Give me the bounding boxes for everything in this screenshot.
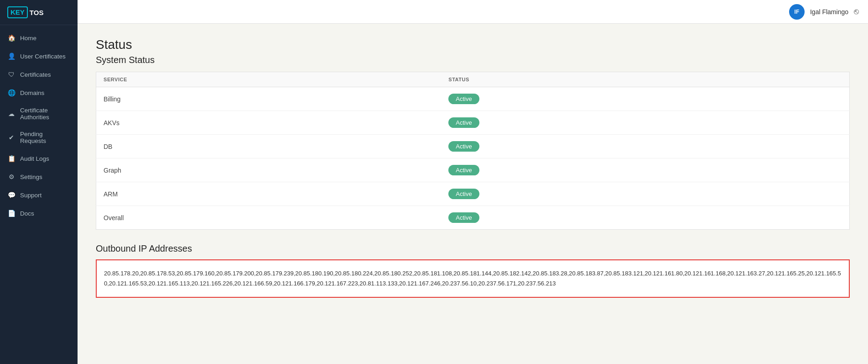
sidebar-icon-docs: 📄 bbox=[7, 209, 16, 217]
sidebar-label-audit-logs: Audit Logs bbox=[20, 155, 49, 162]
sidebar-item-settings[interactable]: ⚙ Settings bbox=[0, 168, 78, 186]
sidebar-item-certificate-authorities[interactable]: ☁ Certificate Authorities bbox=[0, 102, 78, 126]
table-row: ARM Active bbox=[96, 182, 850, 206]
sidebar-icon-certificate-authorities: ☁ bbox=[7, 110, 16, 118]
sidebar-item-support[interactable]: 💬 Support bbox=[0, 186, 78, 204]
sidebar-icon-domains: 🌐 bbox=[7, 89, 16, 97]
service-cell: Billing bbox=[96, 87, 442, 111]
status-cell: Active bbox=[441, 87, 849, 111]
col-status: STATUS bbox=[441, 72, 849, 87]
sidebar-icon-support: 💬 bbox=[7, 191, 16, 199]
service-cell: Overall bbox=[96, 206, 442, 230]
status-cell: Active bbox=[441, 206, 849, 230]
page-title: Status bbox=[96, 37, 850, 52]
status-cell: Active bbox=[441, 182, 849, 206]
status-badge: Active bbox=[448, 117, 479, 128]
sidebar-label-support: Support bbox=[20, 192, 42, 199]
sidebar: KEY TOS 🏠 Home 👤 User Certificates 🛡 Cer… bbox=[0, 0, 78, 364]
service-cell: Graph bbox=[96, 158, 442, 182]
table-row: Graph Active bbox=[96, 158, 850, 182]
sidebar-nav: 🏠 Home 👤 User Certificates 🛡 Certificate… bbox=[0, 25, 78, 364]
service-cell: DB bbox=[96, 135, 442, 158]
sidebar-label-home: Home bbox=[20, 35, 36, 42]
sidebar-label-certificate-authorities: Certificate Authorities bbox=[20, 107, 70, 121]
sidebar-item-docs[interactable]: 📄 Docs bbox=[0, 204, 78, 222]
sidebar-item-audit-logs[interactable]: 📋 Audit Logs bbox=[0, 149, 78, 168]
sidebar-item-pending-requests[interactable]: ✔ Pending Requests bbox=[0, 126, 78, 149]
topbar: IF Igal Flamingo ⎋ bbox=[78, 0, 868, 24]
user-name: Igal Flamingo bbox=[810, 8, 848, 16]
avatar: IF bbox=[789, 4, 805, 20]
status-cell: Active bbox=[441, 158, 849, 182]
logo-box: KEY bbox=[7, 6, 28, 18]
status-cell: Active bbox=[441, 135, 849, 158]
logo: KEY TOS bbox=[0, 0, 78, 25]
logo-tos: TOS bbox=[30, 9, 44, 16]
sidebar-icon-home: 🏠 bbox=[7, 34, 16, 42]
status-badge: Active bbox=[448, 141, 479, 152]
page-content: Status System Status SERVICE STATUS Bill… bbox=[78, 24, 868, 364]
logout-icon[interactable]: ⎋ bbox=[854, 7, 859, 16]
sidebar-label-docs: Docs bbox=[20, 210, 34, 217]
table-row: AKVs Active bbox=[96, 111, 850, 135]
main-wrapper: IF Igal Flamingo ⎋ Status System Status … bbox=[78, 0, 868, 364]
sidebar-icon-pending-requests: ✔ bbox=[7, 133, 16, 142]
col-service: SERVICE bbox=[96, 72, 442, 87]
system-status-title: System Status bbox=[96, 55, 850, 65]
sidebar-label-user-certificates: User Certificates bbox=[20, 53, 66, 60]
sidebar-item-home[interactable]: 🏠 Home bbox=[0, 29, 78, 47]
table-row: DB Active bbox=[96, 135, 850, 158]
status-badge: Active bbox=[448, 165, 479, 175]
sidebar-item-domains[interactable]: 🌐 Domains bbox=[0, 84, 78, 102]
status-badge: Active bbox=[448, 94, 479, 104]
status-badge: Active bbox=[448, 189, 479, 199]
table-row: Overall Active bbox=[96, 206, 850, 230]
service-cell: AKVs bbox=[96, 111, 442, 135]
sidebar-icon-user-certificates: 👤 bbox=[7, 52, 16, 60]
sidebar-label-certificates: Certificates bbox=[20, 71, 51, 78]
status-table: SERVICE STATUS Billing Active AKVs Activ… bbox=[96, 72, 850, 230]
sidebar-label-domains: Domains bbox=[20, 90, 44, 96]
sidebar-label-settings: Settings bbox=[20, 174, 42, 180]
logo-key: KEY bbox=[10, 8, 25, 16]
sidebar-item-certificates[interactable]: 🛡 Certificates bbox=[0, 65, 78, 84]
outbound-section: Outbound IP Addresses 20.85.178.20,20.85… bbox=[96, 243, 850, 298]
service-cell: ARM bbox=[96, 182, 442, 206]
status-badge: Active bbox=[448, 212, 479, 223]
sidebar-icon-certificates: 🛡 bbox=[7, 70, 16, 79]
ip-box: 20.85.178.20,20.85.178.53,20.85.179.160,… bbox=[96, 259, 850, 298]
status-cell: Active bbox=[441, 111, 849, 135]
sidebar-label-pending-requests: Pending Requests bbox=[20, 131, 70, 144]
sidebar-icon-settings: ⚙ bbox=[7, 173, 16, 181]
outbound-title: Outbound IP Addresses bbox=[96, 243, 850, 254]
table-row: Billing Active bbox=[96, 87, 850, 111]
sidebar-item-user-certificates[interactable]: 👤 User Certificates bbox=[0, 47, 78, 65]
sidebar-icon-audit-logs: 📋 bbox=[7, 154, 16, 163]
